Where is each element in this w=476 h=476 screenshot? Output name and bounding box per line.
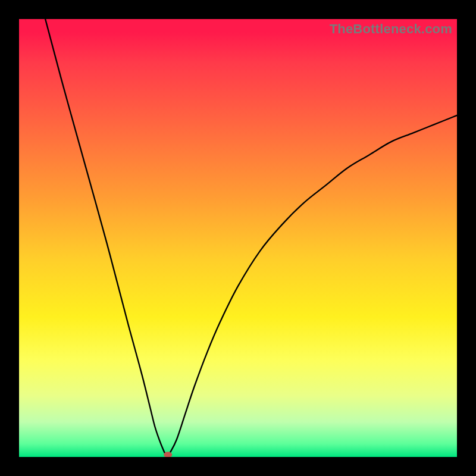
plot-area: TheBottleneck.com — [19, 19, 457, 457]
curve-svg — [19, 19, 457, 457]
curve-right — [170, 115, 457, 453]
chart-frame: TheBottleneck.com — [0, 0, 476, 476]
curve-left — [45, 19, 165, 455]
